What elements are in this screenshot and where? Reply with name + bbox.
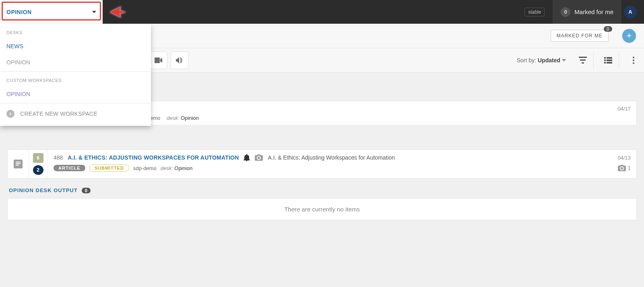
annotation-arrow bbox=[106, 2, 166, 22]
create-workspace-label: CREATE NEW WORKSPACE bbox=[20, 111, 97, 117]
card-author: emo bbox=[150, 115, 160, 121]
marked-label: Marked for me bbox=[574, 8, 613, 15]
sort-control[interactable]: Sort by: Updated bbox=[517, 52, 639, 68]
caret-down-icon bbox=[562, 59, 566, 62]
sort-label: Sort by: bbox=[517, 57, 536, 64]
marked-chip-count: 0 bbox=[604, 26, 612, 32]
more-menu-button[interactable] bbox=[628, 55, 639, 66]
sort-value: Updated bbox=[538, 57, 560, 64]
empty-state-text: There are currently no items bbox=[284, 206, 360, 213]
state-pill: SUBMITTED bbox=[89, 164, 129, 172]
desk-selector-label: OPINION bbox=[6, 9, 32, 15]
list-view-button[interactable] bbox=[603, 55, 614, 66]
output-section-header[interactable]: OPINION DESK OUTPUT 0 bbox=[7, 178, 637, 198]
card-author: sdp-demo bbox=[133, 165, 157, 171]
marked-for-me-header[interactable]: 0 Marked for me bbox=[553, 0, 621, 24]
svg-point-1 bbox=[633, 59, 634, 61]
divider bbox=[619, 52, 619, 68]
priority-badge: 6 bbox=[33, 153, 43, 163]
svg-point-0 bbox=[633, 57, 634, 58]
empty-state: There are currently no items bbox=[7, 198, 637, 220]
divider bbox=[593, 52, 594, 68]
create-workspace-button[interactable]: + CREATE NEW WORKSPACE bbox=[0, 103, 151, 126]
caret-down-icon bbox=[92, 11, 96, 13]
list-icon bbox=[604, 57, 612, 64]
card-desk-value: Opinion bbox=[181, 115, 199, 121]
audio-icon bbox=[176, 57, 183, 64]
bell-icon bbox=[244, 154, 250, 161]
card-headline: A.I. & Ethics: Adjusting Workspaces for … bbox=[268, 154, 395, 161]
card-badges-col: 6 2 bbox=[29, 150, 48, 178]
output-section-title: OPINION DESK OUTPUT bbox=[9, 187, 78, 193]
marked-for-me-chip[interactable]: MARKED FOR ME 0 bbox=[551, 30, 609, 42]
desk-option-opinion[interactable]: OPINION bbox=[0, 55, 151, 71]
urgency-badge: 2 bbox=[33, 165, 43, 175]
card-desk-label: desk: bbox=[167, 115, 179, 121]
card-date: 04/17 bbox=[617, 106, 631, 112]
plus-circle-icon: + bbox=[6, 110, 14, 118]
dropdown-section-desks: DESKS bbox=[0, 24, 151, 39]
type-pill: ARTICLE bbox=[54, 165, 85, 171]
workspace-option-opinion[interactable]: OPINION bbox=[0, 87, 151, 103]
desk-selector-dropdown[interactable]: OPINION bbox=[0, 0, 103, 24]
picture-count-value: 1 bbox=[627, 165, 631, 171]
card-type-col bbox=[8, 150, 29, 178]
video-icon bbox=[155, 57, 163, 63]
desk-option-news[interactable]: NEWS bbox=[0, 39, 151, 55]
audio-filter-button[interactable] bbox=[171, 51, 188, 69]
filter-button[interactable] bbox=[577, 55, 588, 66]
card-desk-label: desk: bbox=[161, 165, 173, 171]
desk-dropdown-panel: DESKS NEWS OPINION CUSTOM WORKSPACES OPI… bbox=[0, 24, 151, 126]
card-id: 488 bbox=[54, 154, 63, 161]
dropdown-section-workspaces: CUSTOM WORKSPACES bbox=[0, 72, 151, 87]
video-filter-button[interactable] bbox=[150, 51, 167, 69]
text-item-icon bbox=[14, 160, 23, 168]
card-slugline: A.I. & ETHICS: ADJUSTING WORKSPACES FOR … bbox=[68, 154, 239, 161]
create-fab[interactable]: + bbox=[622, 29, 636, 43]
user-avatar[interactable]: A bbox=[624, 6, 637, 18]
marked-count-badge: 0 bbox=[561, 7, 570, 17]
camera-icon bbox=[255, 154, 263, 161]
card-picture-count: 1 bbox=[618, 165, 631, 171]
story-card[interactable]: 6 2 488 A.I. & ETHICS: ADJUSTING WORKSPA… bbox=[7, 150, 637, 178]
filter-icon bbox=[579, 57, 587, 64]
camera-icon bbox=[618, 165, 626, 171]
stable-badge: stable bbox=[524, 8, 545, 16]
card-desk-value: Opinion bbox=[174, 165, 192, 171]
output-section-count: 0 bbox=[82, 188, 91, 193]
kebab-icon bbox=[633, 57, 634, 64]
avatar-letter: A bbox=[628, 9, 632, 15]
svg-point-2 bbox=[633, 62, 634, 64]
card-date: 04/13 bbox=[617, 155, 631, 161]
plus-icon: + bbox=[627, 31, 632, 41]
top-bar: OPINION stable 0 Marked for me A bbox=[0, 0, 644, 24]
marked-chip-label: MARKED FOR ME bbox=[557, 33, 603, 39]
